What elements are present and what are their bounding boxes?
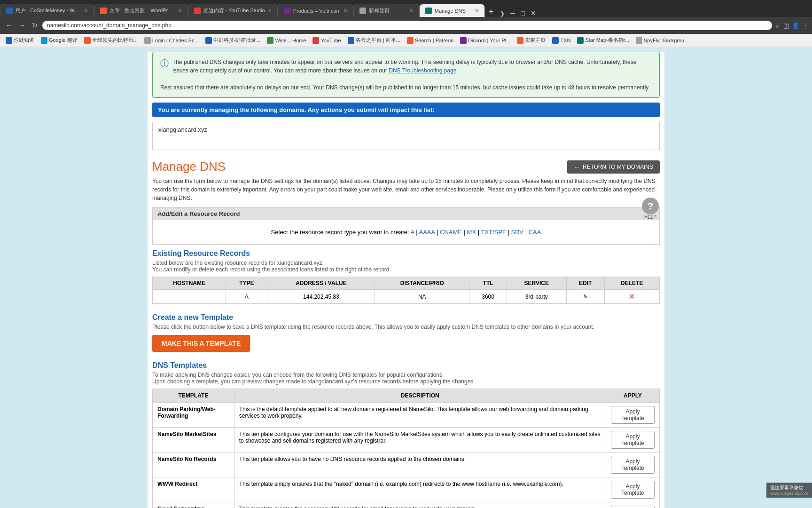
close-window-button[interactable]: ✕ xyxy=(528,9,539,17)
tab-favicon xyxy=(284,8,290,14)
bookmark-icon xyxy=(312,37,319,44)
address-bar-row: ← → ↻ ☆ ◫ 👤 ⋮ xyxy=(0,17,812,34)
add-edit-section-body: Select the resource record type you want… xyxy=(153,220,659,244)
help-button[interactable]: ? HELP xyxy=(642,198,659,220)
return-to-domains-button[interactable]: ← RETURN TO MY DOMAINS xyxy=(567,160,660,174)
menu-icon[interactable]: ⋮ xyxy=(802,22,808,29)
browser-chrome: 用户 · CoSmileMoney · Wor... ✕ 文章 · 免比资源 –… xyxy=(0,0,812,47)
tab-close-icon[interactable]: ✕ xyxy=(178,8,182,13)
bookmark-label: 你就知道 xyxy=(14,37,34,44)
col-ttl: TTL xyxy=(469,277,507,290)
apply-template-button[interactable]: Apply Template xyxy=(611,506,655,508)
browser-tab-tab6[interactable]: Manage DNS ✕ xyxy=(419,4,485,17)
bookmark-bm2[interactable]: Google 翻译 xyxy=(38,36,80,45)
tab-close-icon[interactable]: ✕ xyxy=(475,8,479,13)
browser-tab-tab5[interactable]: 新标签页 ✕ xyxy=(353,4,419,17)
domain-managing-box: You are currently managing the following… xyxy=(152,103,660,117)
browser-tab-tab3[interactable]: 频道内容 · YouTube Studio ✕ xyxy=(188,4,278,17)
record-type-cname-link[interactable]: CNAME xyxy=(440,229,462,236)
tab-overflow-button[interactable]: ❯ xyxy=(497,10,508,17)
bookmark-label: Google 翻译 xyxy=(49,37,78,44)
template-name: NameSilo No Records xyxy=(153,452,234,477)
bookmark-bm5[interactable]: 中邮科技-邮箱批发... xyxy=(203,36,264,45)
arrow-left-icon: ← xyxy=(574,163,580,171)
apply-template-button[interactable]: Apply Template xyxy=(611,431,655,449)
bookmark-icon xyxy=(41,37,47,44)
tab-title: 频道内容 · YouTube Studio xyxy=(203,7,265,14)
extension-icon[interactable]: ◫ xyxy=(783,22,789,29)
browser-tab-tab1[interactable]: 用户 · CoSmileMoney · Wor... ✕ xyxy=(0,4,94,17)
bookmark-label: Login | Charles Sc... xyxy=(152,38,199,43)
bookmark-bm13[interactable]: Star Map-叠名确r... xyxy=(574,36,632,45)
template-apply-cell: Apply Template xyxy=(606,452,659,477)
template-row: Domain Parking/Web-Forwarding This is th… xyxy=(153,403,660,428)
bookmark-bm1[interactable]: 你就知道 xyxy=(3,36,37,45)
reload-button[interactable]: ↻ xyxy=(30,21,39,30)
app-wrapper: 用户 · CoSmileMoney · Wor... ✕ 文章 · 免比资源 –… xyxy=(0,0,812,508)
col-template: TEMPLATE xyxy=(153,389,234,403)
minimize-button[interactable]: ─ xyxy=(508,9,518,17)
edit-icon[interactable]: ✎ xyxy=(583,294,588,300)
new-tab-button[interactable]: + xyxy=(485,7,498,17)
dns-troubleshooting-link[interactable]: DNS Troubleshooting page xyxy=(389,67,456,74)
bookmark-star-icon[interactable]: ☆ xyxy=(775,22,781,29)
record-type-row: Select the resource record type you want… xyxy=(157,225,655,239)
bookmark-label: Wise – Home xyxy=(275,38,306,43)
record-type-aaaa-link[interactable]: AAAA xyxy=(419,229,435,236)
record-type-caa-link[interactable]: CAA xyxy=(529,229,541,236)
bookmark-icon xyxy=(267,37,273,44)
apply-template-button[interactable]: Apply Template xyxy=(611,406,655,424)
tab-favicon xyxy=(359,8,366,14)
cell-hostname xyxy=(153,290,226,304)
tab-bar: 用户 · CoSmileMoney · Wor... ✕ 文章 · 免比资源 –… xyxy=(0,0,812,17)
record-type-mx-link[interactable]: MX xyxy=(467,229,476,236)
add-edit-section: Add/Edit a Resource Record Select the re… xyxy=(152,207,660,245)
apply-template-button[interactable]: Apply Template xyxy=(611,481,655,499)
create-template-description: Please click the button below to save a … xyxy=(152,324,660,330)
make-template-button[interactable]: MAKE THIS A TEMPLATE xyxy=(152,335,250,352)
template-description: This template simply ensures that the "n… xyxy=(234,477,606,502)
template-row: NameSilo MarketSites This template confi… xyxy=(153,428,660,452)
record-type-srv-link[interactable]: SRV xyxy=(511,229,524,236)
col-delete: DELETE xyxy=(604,277,659,290)
record-type-txtspf-link[interactable]: TXT/SPF xyxy=(481,229,506,236)
bookmark-label: TXN xyxy=(560,38,570,43)
maximize-button[interactable]: □ xyxy=(518,9,527,17)
apply-template-button[interactable]: Apply Template xyxy=(611,456,655,474)
bookmark-bm9[interactable]: Search | Patreon xyxy=(404,36,456,45)
template-name: Email Forwarding xyxy=(153,502,234,508)
bookmark-bm12[interactable]: TXN xyxy=(549,36,573,45)
cell-delete[interactable]: ✕ xyxy=(604,290,659,304)
bookmark-bm14[interactable]: SpyFly: Backgrou... xyxy=(633,36,691,45)
profile-icon[interactable]: 👤 xyxy=(792,22,799,29)
bookmark-bm8[interactable]: 各云之平台 | 向平... xyxy=(345,36,403,45)
col-edit: EDIT xyxy=(566,277,604,290)
tab-close-icon[interactable]: ✕ xyxy=(344,8,347,13)
address-input[interactable] xyxy=(42,21,772,30)
dns-templates-section: DNS Templates To make applying DNS chang… xyxy=(148,357,664,508)
template-row: WWW Redirect This template simply ensure… xyxy=(153,477,660,502)
record-type-links: A | AAAA | CNAME | MX | TXT/SPF | SRV | … xyxy=(411,229,541,236)
tab-close-icon[interactable]: ✕ xyxy=(409,8,413,13)
bookmark-bm10[interactable]: Discord | Your Pl... xyxy=(457,36,513,45)
tab-close-icon[interactable]: ✕ xyxy=(268,8,272,13)
delete-icon[interactable]: ✕ xyxy=(629,293,635,301)
template-description: This template creates the necessary MX r… xyxy=(234,502,606,508)
tab-close-icon[interactable]: ✕ xyxy=(84,8,88,13)
bookmark-icon xyxy=(460,37,467,44)
info-icon: ⓘ xyxy=(160,58,169,69)
template-row: Email Forwarding This template creates t… xyxy=(153,502,660,508)
bookmark-bm3[interactable]: 全球领先的比特币... xyxy=(81,36,141,45)
browser-tab-tab4[interactable]: Products – Vultr.com ✕ xyxy=(278,4,353,17)
bookmark-bm6[interactable]: Wise – Home xyxy=(264,36,309,45)
bookmark-bm7[interactable]: YouTube xyxy=(310,36,344,45)
bookmark-label: Discord | Your Pl... xyxy=(468,38,510,43)
cell-edit[interactable]: ✎ xyxy=(566,290,604,304)
back-button[interactable]: ← xyxy=(4,21,14,30)
bookmark-bm4[interactable]: Login | Charles Sc... xyxy=(141,36,202,45)
bookmark-bm11[interactable]: 卖家主页 xyxy=(514,36,548,45)
browser-tab-tab2[interactable]: 文章 · 免比资源 – WordPress ✕ xyxy=(94,4,188,17)
dns-table-row: A 144.202.45.83 NA 3600 3rd-party ✎ ✕ xyxy=(153,290,660,304)
record-type-a-link[interactable]: A xyxy=(411,229,414,236)
forward-button[interactable]: → xyxy=(17,21,27,30)
